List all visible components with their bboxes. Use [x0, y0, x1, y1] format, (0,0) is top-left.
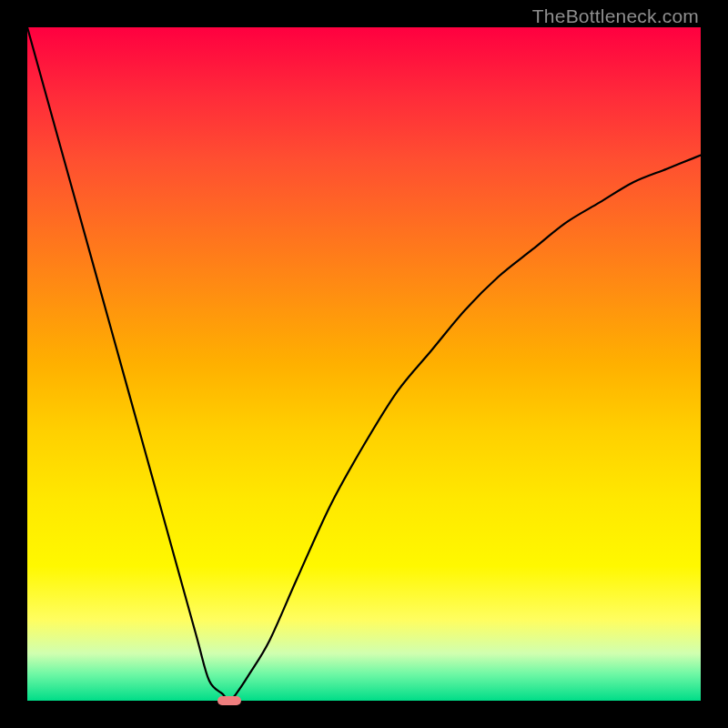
plot-area: [27, 27, 701, 701]
optimal-point-marker: [217, 696, 241, 705]
chart-container: TheBottleneck.com: [0, 0, 728, 728]
bottleneck-curve: [27, 27, 701, 701]
watermark-text: TheBottleneck.com: [532, 5, 699, 27]
